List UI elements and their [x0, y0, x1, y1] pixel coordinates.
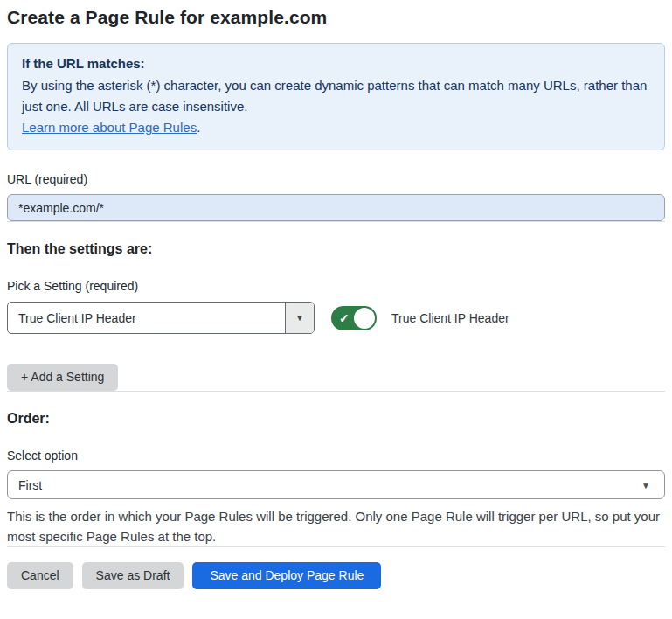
setting-select[interactable]: True Client IP Header ▼ [7, 302, 315, 334]
info-box-link-line: Learn more about Page Rules. [22, 117, 650, 138]
page-rule-form: Create a Page Rule for example.com If th… [0, 0, 672, 589]
check-icon: ✓ [339, 312, 350, 324]
order-select-label: Select option [7, 449, 665, 463]
page-title: Create a Page Rule for example.com [7, 5, 665, 28]
learn-more-link[interactable]: Learn more about Page Rules [22, 120, 197, 135]
link-period: . [197, 120, 200, 135]
setting-select-arrow-button[interactable]: ▼ [285, 303, 314, 333]
info-box-heading: If the URL matches: [22, 53, 650, 74]
toggle-label: True Client IP Header [391, 311, 509, 325]
divider [7, 221, 665, 222]
order-help-text: This is the order in which your Page Rul… [7, 506, 661, 546]
save-as-draft-button[interactable]: Save as Draft [82, 562, 184, 589]
chevron-down-icon: ▼ [641, 480, 650, 490]
save-and-deploy-button[interactable]: Save and Deploy Page Rule [192, 562, 381, 589]
order-section-heading: Order: [7, 411, 665, 427]
cancel-button[interactable]: Cancel [7, 562, 73, 589]
setting-row: True Client IP Header ▼ ✓ True Client IP… [7, 302, 665, 334]
url-field-label: URL (required) [7, 172, 665, 186]
divider [7, 546, 665, 547]
divider [7, 391, 665, 392]
order-select-value: First [18, 478, 42, 492]
order-select[interactable]: First ▼ [7, 470, 665, 499]
settings-section-heading: Then the settings are: [7, 241, 665, 257]
true-client-ip-toggle[interactable]: ✓ [331, 306, 377, 330]
footer-actions: Cancel Save as Draft Save and Deploy Pag… [7, 562, 665, 589]
setting-picker-label: Pick a Setting (required) [7, 279, 665, 293]
info-box-body: By using the asterisk (*) character, you… [22, 75, 650, 117]
url-match-info-box: If the URL matches: By using the asteris… [7, 43, 665, 150]
setting-select-value: True Client IP Header [8, 303, 285, 333]
toggle-knob [354, 308, 375, 329]
chevron-down-icon: ▼ [295, 313, 304, 323]
add-setting-button[interactable]: + Add a Setting [7, 364, 118, 391]
url-input[interactable] [7, 194, 665, 221]
